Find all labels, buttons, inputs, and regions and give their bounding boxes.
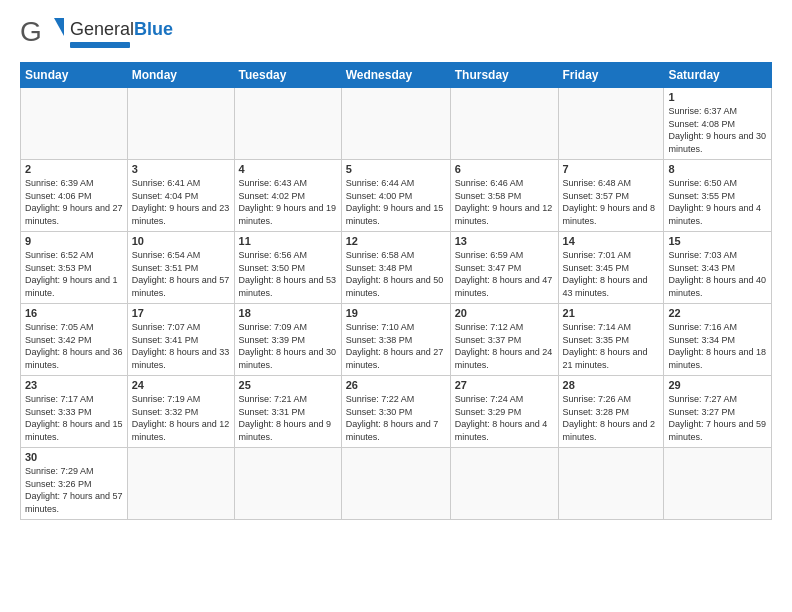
day-number: 18 [239, 307, 337, 319]
calendar-cell: 9Sunrise: 6:52 AM Sunset: 3:53 PM Daylig… [21, 232, 128, 304]
day-number: 1 [668, 91, 767, 103]
cell-info: Sunrise: 7:16 AM Sunset: 3:34 PM Dayligh… [668, 321, 767, 371]
cell-info: Sunrise: 7:26 AM Sunset: 3:28 PM Dayligh… [563, 393, 660, 443]
cell-info: Sunrise: 7:21 AM Sunset: 3:31 PM Dayligh… [239, 393, 337, 443]
calendar-cell: 3Sunrise: 6:41 AM Sunset: 4:04 PM Daylig… [127, 160, 234, 232]
cell-info: Sunrise: 6:50 AM Sunset: 3:55 PM Dayligh… [668, 177, 767, 227]
day-number: 7 [563, 163, 660, 175]
day-number: 29 [668, 379, 767, 391]
calendar-cell: 7Sunrise: 6:48 AM Sunset: 3:57 PM Daylig… [558, 160, 664, 232]
day-number: 2 [25, 163, 123, 175]
calendar-cell: 20Sunrise: 7:12 AM Sunset: 3:37 PM Dayli… [450, 304, 558, 376]
cell-info: Sunrise: 6:48 AM Sunset: 3:57 PM Dayligh… [563, 177, 660, 227]
day-number: 22 [668, 307, 767, 319]
cell-info: Sunrise: 6:54 AM Sunset: 3:51 PM Dayligh… [132, 249, 230, 299]
calendar-cell [450, 88, 558, 160]
calendar-cell: 2Sunrise: 6:39 AM Sunset: 4:06 PM Daylig… [21, 160, 128, 232]
week-row-1: 1Sunrise: 6:37 AM Sunset: 4:08 PM Daylig… [21, 88, 772, 160]
week-row-2: 2Sunrise: 6:39 AM Sunset: 4:06 PM Daylig… [21, 160, 772, 232]
day-number: 19 [346, 307, 446, 319]
calendar-cell [234, 448, 341, 520]
cell-info: Sunrise: 7:03 AM Sunset: 3:43 PM Dayligh… [668, 249, 767, 299]
calendar-cell: 15Sunrise: 7:03 AM Sunset: 3:43 PM Dayli… [664, 232, 772, 304]
cell-info: Sunrise: 6:43 AM Sunset: 4:02 PM Dayligh… [239, 177, 337, 227]
weekday-header-thursday: Thursday [450, 63, 558, 88]
weekday-header-friday: Friday [558, 63, 664, 88]
calendar-cell: 5Sunrise: 6:44 AM Sunset: 4:00 PM Daylig… [341, 160, 450, 232]
calendar-cell: 17Sunrise: 7:07 AM Sunset: 3:41 PM Dayli… [127, 304, 234, 376]
calendar-cell: 1Sunrise: 6:37 AM Sunset: 4:08 PM Daylig… [664, 88, 772, 160]
calendar-cell: 18Sunrise: 7:09 AM Sunset: 3:39 PM Dayli… [234, 304, 341, 376]
day-number: 4 [239, 163, 337, 175]
day-number: 21 [563, 307, 660, 319]
calendar-cell [558, 448, 664, 520]
day-number: 16 [25, 307, 123, 319]
day-number: 20 [455, 307, 554, 319]
header: G GeneralBlue [20, 16, 772, 52]
cell-info: Sunrise: 6:56 AM Sunset: 3:50 PM Dayligh… [239, 249, 337, 299]
day-number: 25 [239, 379, 337, 391]
weekday-header-sunday: Sunday [21, 63, 128, 88]
calendar-cell: 8Sunrise: 6:50 AM Sunset: 3:55 PM Daylig… [664, 160, 772, 232]
calendar-cell [127, 448, 234, 520]
week-row-6: 30Sunrise: 7:29 AM Sunset: 3:26 PM Dayli… [21, 448, 772, 520]
day-number: 9 [25, 235, 123, 247]
day-number: 11 [239, 235, 337, 247]
day-number: 5 [346, 163, 446, 175]
cell-info: Sunrise: 7:09 AM Sunset: 3:39 PM Dayligh… [239, 321, 337, 371]
calendar-cell: 14Sunrise: 7:01 AM Sunset: 3:45 PM Dayli… [558, 232, 664, 304]
cell-info: Sunrise: 7:24 AM Sunset: 3:29 PM Dayligh… [455, 393, 554, 443]
cell-info: Sunrise: 6:58 AM Sunset: 3:48 PM Dayligh… [346, 249, 446, 299]
calendar-cell: 6Sunrise: 6:46 AM Sunset: 3:58 PM Daylig… [450, 160, 558, 232]
calendar-cell [558, 88, 664, 160]
calendar-cell: 22Sunrise: 7:16 AM Sunset: 3:34 PM Dayli… [664, 304, 772, 376]
calendar-cell: 24Sunrise: 7:19 AM Sunset: 3:32 PM Dayli… [127, 376, 234, 448]
day-number: 13 [455, 235, 554, 247]
weekday-header-tuesday: Tuesday [234, 63, 341, 88]
cell-info: Sunrise: 6:59 AM Sunset: 3:47 PM Dayligh… [455, 249, 554, 299]
day-number: 24 [132, 379, 230, 391]
weekday-header-monday: Monday [127, 63, 234, 88]
cell-info: Sunrise: 7:10 AM Sunset: 3:38 PM Dayligh… [346, 321, 446, 371]
cell-info: Sunrise: 6:37 AM Sunset: 4:08 PM Dayligh… [668, 105, 767, 155]
calendar-cell: 27Sunrise: 7:24 AM Sunset: 3:29 PM Dayli… [450, 376, 558, 448]
weekday-header-row: SundayMondayTuesdayWednesdayThursdayFrid… [21, 63, 772, 88]
cell-info: Sunrise: 7:22 AM Sunset: 3:30 PM Dayligh… [346, 393, 446, 443]
day-number: 27 [455, 379, 554, 391]
day-number: 14 [563, 235, 660, 247]
weekday-header-saturday: Saturday [664, 63, 772, 88]
calendar-cell [234, 88, 341, 160]
calendar-cell: 28Sunrise: 7:26 AM Sunset: 3:28 PM Dayli… [558, 376, 664, 448]
day-number: 30 [25, 451, 123, 463]
day-number: 17 [132, 307, 230, 319]
calendar-cell: 4Sunrise: 6:43 AM Sunset: 4:02 PM Daylig… [234, 160, 341, 232]
day-number: 8 [668, 163, 767, 175]
week-row-3: 9Sunrise: 6:52 AM Sunset: 3:53 PM Daylig… [21, 232, 772, 304]
day-number: 28 [563, 379, 660, 391]
cell-info: Sunrise: 7:17 AM Sunset: 3:33 PM Dayligh… [25, 393, 123, 443]
cell-info: Sunrise: 7:27 AM Sunset: 3:27 PM Dayligh… [668, 393, 767, 443]
day-number: 3 [132, 163, 230, 175]
calendar-cell: 30Sunrise: 7:29 AM Sunset: 3:26 PM Dayli… [21, 448, 128, 520]
calendar: SundayMondayTuesdayWednesdayThursdayFrid… [20, 62, 772, 520]
cell-info: Sunrise: 7:07 AM Sunset: 3:41 PM Dayligh… [132, 321, 230, 371]
calendar-cell [341, 88, 450, 160]
day-number: 12 [346, 235, 446, 247]
day-number: 6 [455, 163, 554, 175]
calendar-cell: 21Sunrise: 7:14 AM Sunset: 3:35 PM Dayli… [558, 304, 664, 376]
logo: G GeneralBlue [20, 16, 173, 52]
calendar-cell: 23Sunrise: 7:17 AM Sunset: 3:33 PM Dayli… [21, 376, 128, 448]
calendar-cell: 29Sunrise: 7:27 AM Sunset: 3:27 PM Dayli… [664, 376, 772, 448]
calendar-cell [450, 448, 558, 520]
calendar-cell: 11Sunrise: 6:56 AM Sunset: 3:50 PM Dayli… [234, 232, 341, 304]
calendar-cell: 10Sunrise: 6:54 AM Sunset: 3:51 PM Dayli… [127, 232, 234, 304]
day-number: 23 [25, 379, 123, 391]
weekday-header-wednesday: Wednesday [341, 63, 450, 88]
calendar-cell: 19Sunrise: 7:10 AM Sunset: 3:38 PM Dayli… [341, 304, 450, 376]
calendar-cell [127, 88, 234, 160]
calendar-cell: 12Sunrise: 6:58 AM Sunset: 3:48 PM Dayli… [341, 232, 450, 304]
calendar-cell: 16Sunrise: 7:05 AM Sunset: 3:42 PM Dayli… [21, 304, 128, 376]
calendar-cell [21, 88, 128, 160]
day-number: 26 [346, 379, 446, 391]
calendar-cell: 26Sunrise: 7:22 AM Sunset: 3:30 PM Dayli… [341, 376, 450, 448]
